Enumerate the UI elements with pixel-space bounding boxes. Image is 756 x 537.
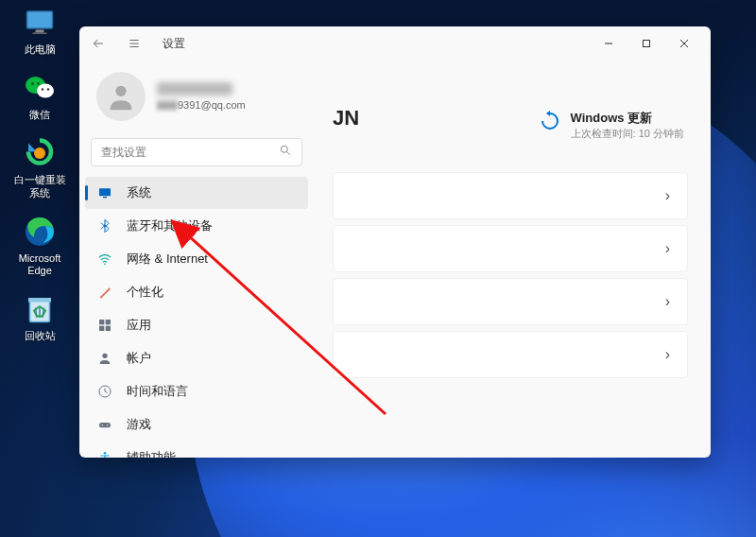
svg-rect-0 <box>27 11 53 28</box>
back-button[interactable] <box>87 32 110 55</box>
nav-item-network[interactable]: 网络 & Internet <box>85 243 308 275</box>
recycle-bin-icon <box>21 290 59 328</box>
svg-point-5 <box>31 82 34 85</box>
desktop-icon-label: Microsoft Edge <box>19 252 61 277</box>
nav-item-personalize[interactable]: 个性化 <box>85 276 308 308</box>
desktop-icon-wechat[interactable]: 微信 <box>6 69 74 121</box>
accessibility-icon <box>96 449 113 458</box>
desktop-icon-reinstall[interactable]: 白一键重装 系统 <box>6 134 74 199</box>
bluetooth-icon <box>96 217 113 234</box>
desktop-icon-label: 回收站 <box>25 330 56 342</box>
maximize-button[interactable] <box>627 29 665 58</box>
nav-label: 网络 & Internet <box>127 251 208 268</box>
svg-rect-16 <box>99 188 111 196</box>
close-button[interactable] <box>665 29 703 58</box>
svg-point-23 <box>102 354 107 358</box>
nav-item-accounts[interactable]: 帐户 <box>85 342 308 374</box>
update-subtitle: 上次检查时间: 10 分钟前 <box>571 127 684 141</box>
svg-point-8 <box>47 88 49 90</box>
nav-item-accessibility[interactable]: 辅助功能 <box>85 442 308 458</box>
svg-rect-1 <box>36 30 44 33</box>
profile-email: xxxx9391@qq.com <box>157 99 246 111</box>
svg-point-18 <box>104 264 106 266</box>
monitor-icon <box>21 4 59 42</box>
nav-label: 系统 <box>127 184 151 201</box>
nav-label: 游戏 <box>127 416 151 433</box>
system-icon <box>96 184 113 201</box>
nav-label: 个性化 <box>127 284 163 301</box>
profile-block[interactable]: xxxx9391@qq.com <box>79 68 314 134</box>
settings-card[interactable]: › <box>333 331 688 378</box>
desktop-icon-label: 此电脑 <box>25 43 56 56</box>
desktop-icon-edge[interactable]: Microsoft Edge <box>6 213 74 277</box>
nav-item-gaming[interactable]: 游戏 <box>85 408 308 441</box>
sidebar: xxxx9391@qq.com 系统 蓝牙和其他设备 <box>79 61 314 458</box>
svg-point-15 <box>281 146 287 152</box>
chevron-right-icon: › <box>665 187 670 204</box>
nav-item-apps[interactable]: 应用 <box>85 309 308 341</box>
svg-point-4 <box>37 84 54 98</box>
svg-rect-21 <box>99 326 104 331</box>
chevron-right-icon: › <box>665 293 670 310</box>
profile-text: xxxx9391@qq.com <box>157 82 246 111</box>
svg-rect-20 <box>106 320 111 324</box>
desktop-icons: 此电脑 微信 白一键重装 系统 Microsoft Edge 回收站 <box>6 4 74 355</box>
clock-icon <box>96 383 113 400</box>
svg-rect-17 <box>103 197 107 198</box>
arrow-left-icon <box>92 37 105 50</box>
avatar <box>96 72 146 121</box>
hamburger-icon <box>128 37 141 50</box>
desktop-icon-label: 白一键重装 系统 <box>14 174 66 199</box>
person-icon <box>105 80 137 113</box>
search-input[interactable] <box>101 146 279 159</box>
nav-list: 系统 蓝牙和其他设备 网络 & Internet 个性化 应用 <box>79 176 314 458</box>
svg-rect-22 <box>106 326 111 331</box>
svg-rect-25 <box>99 423 111 427</box>
gamepad-icon <box>96 416 113 433</box>
svg-rect-2 <box>33 33 47 35</box>
menu-button[interactable] <box>123 32 146 55</box>
wechat-icon <box>21 69 59 107</box>
svg-point-14 <box>115 86 126 96</box>
settings-card[interactable]: › <box>333 225 688 272</box>
person-icon <box>96 350 113 367</box>
search-icon <box>279 144 292 161</box>
svg-point-7 <box>42 88 43 90</box>
nav-label: 蓝牙和其他设备 <box>127 217 213 234</box>
nav-item-time[interactable]: 时间和语言 <box>85 375 308 407</box>
svg-rect-12 <box>28 298 51 303</box>
titlebar: 设置 <box>79 26 711 61</box>
chevron-right-icon: › <box>665 346 670 363</box>
profile-name-blurred <box>157 82 232 95</box>
nav-item-system[interactable]: 系统 <box>85 177 308 209</box>
nav-label: 应用 <box>127 317 151 334</box>
desktop-icon-label: 微信 <box>29 109 50 121</box>
svg-point-27 <box>107 424 108 425</box>
svg-point-9 <box>34 147 45 159</box>
nav-label: 时间和语言 <box>127 383 188 400</box>
windows-update-card[interactable]: Windows 更新 上次检查时间: 10 分钟前 <box>539 110 684 141</box>
minimize-button[interactable] <box>590 29 627 58</box>
minimize-icon <box>604 39 613 48</box>
edge-icon <box>21 213 59 251</box>
search-box[interactable] <box>91 138 302 166</box>
svg-point-26 <box>102 424 103 425</box>
settings-card[interactable]: › <box>333 172 688 219</box>
desktop-icon-this-pc[interactable]: 此电脑 <box>6 4 74 56</box>
wifi-icon <box>96 251 113 268</box>
main-panel: JN Windows 更新 上次检查时间: 10 分钟前 › › › › <box>314 61 711 458</box>
settings-card-list: › › › › <box>333 172 688 378</box>
nav-label: 辅助功能 <box>127 449 176 458</box>
nav-label: 帐户 <box>127 350 151 367</box>
close-icon <box>679 39 689 48</box>
svg-rect-13 <box>644 41 650 47</box>
maximize-icon <box>642 39 651 48</box>
desktop-icon-recycle[interactable]: 回收站 <box>6 290 74 342</box>
nav-item-bluetooth[interactable]: 蓝牙和其他设备 <box>85 210 308 242</box>
apps-icon <box>96 317 113 334</box>
reinstall-icon <box>21 134 59 172</box>
settings-card[interactable]: › <box>333 278 688 325</box>
chevron-right-icon: › <box>665 240 670 257</box>
svg-point-28 <box>104 452 107 455</box>
settings-window: 设置 xxxx9391@qq.com <box>79 26 711 458</box>
